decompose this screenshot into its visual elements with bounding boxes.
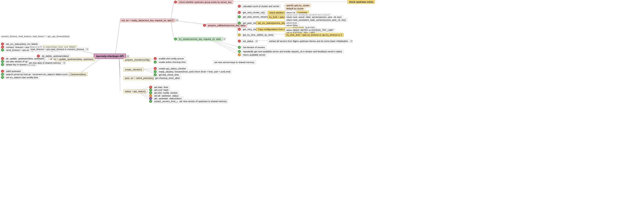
get-upstream-status-node: set new version of upstream to shared me…: [178, 99, 228, 103]
check-upstream-exists-node: check upstream exists: [348, 0, 375, 4]
do-update-expand[interactable]: ≡: [63, 62, 66, 64]
all-upstream-badge: 2: [149, 100, 152, 103]
valid-upstream-node: 1 do_delete_upstream(skey): [37, 54, 70, 58]
try-cluster-node: 2 try_cluster(service_key, request_cb, o…: [174, 37, 226, 41]
connect-timeout-label: connect_timeout, send_timeout, read_time…: [1, 35, 70, 38]
prepare-checker-box[interactable]: prepare_checker(config): [124, 58, 151, 62]
svg-line-4: [119, 59, 120, 91]
copy-config-badge: 1: [154, 57, 157, 60]
valid-badge: 1: [37, 55, 40, 57]
ready-ok-select-node: get checkup_timer_alive: [154, 76, 181, 80]
svg-line-38: [142, 68, 156, 69]
calc-badge: 1: [238, 5, 241, 8]
get-iterator-box[interactable]: Get iterator of servers: [242, 45, 266, 49]
increment-badge: 2: [1, 49, 4, 51]
ready-ok-box[interactable]: res, err = ready_ok(service_key, request…: [120, 19, 175, 22]
delete-key-badge: 2: [1, 73, 4, 76]
set-status-expand[interactable]: ≡: [255, 40, 258, 42]
extract-servers-badge: 2: [154, 61, 157, 63]
enable-shd-badge: 1: [154, 67, 157, 70]
set-srv-status2-node: read_timeout = ups.read_timeout or conne…: [29, 47, 88, 51]
calculate-count-box[interactable]: calculate count of cluster and server: [242, 4, 281, 8]
copy-config-box[interactable]: enable shd config syncer: [157, 57, 186, 60]
central-expand-icon[interactable]: ≡: [126, 55, 129, 57]
svg-line-0: [115, 20, 120, 56]
create-checker-node: create_checker(): [124, 68, 144, 71]
get-try-time-node: 3 get_try_time_cb(this_try_time): [238, 33, 275, 37]
get-ups-timeout-box[interactable]: [44, 36, 46, 37]
svg-line-3: [119, 59, 120, 77]
check-upstream-exists-box[interactable]: check upstream exists: [348, 0, 375, 4]
set-new-upstream-badge: 2: [1, 60, 4, 63]
try-cluster-box[interactable]: try_cluster(service_key, request_cb, opt…: [178, 37, 222, 41]
get-upstream-status-box[interactable]: set new version of upstream to shared me…: [178, 99, 228, 103]
svg-line-8: [171, 2, 174, 20]
extract-servers-box[interactable]: create active checkup time: [157, 60, 187, 64]
set-srv-status2-box[interactable]: read_timeout = ups.read_timeout or conne…: [29, 47, 85, 51]
next-server-badge: 2: [238, 15, 241, 18]
copy-config-node: 1 enable shd config syncer: [154, 57, 186, 60]
create-ups-badge: 3: [154, 73, 157, 76]
create-active-badge: 2: [154, 70, 157, 73]
ready-ok-expand[interactable]: ≡: [176, 19, 178, 22]
check-upstream-badge: 1: [174, 1, 177, 4]
svg-line-40: [142, 69, 156, 74]
search-server-badge: 1: [1, 43, 4, 45]
select-peer-box[interactable]: peer, err = select_peer(skey): [124, 76, 156, 80]
check-upstream-group-node: 1 check whether upstream group exists by…: [174, 0, 233, 4]
extract-servers-fn-box[interactable]: set new service keys to shared memory: [213, 60, 256, 64]
get-next-cluster-node: 1 get_next_cluster_cb(): [238, 11, 266, 14]
get-iterator-node: 2 Get iterator of servers: [238, 45, 266, 49]
default-try-cluster-node: default try cluster: [285, 7, 305, 10]
peer-cb-badge: 2: [238, 22, 241, 25]
default-try-cluster-box[interactable]: default try cluster: [285, 7, 305, 10]
valid-upstream-box[interactable]: do_delete_upstream(skey): [40, 54, 70, 58]
do-update-upstream-node: set new skey to shared memory ≡: [27, 61, 66, 65]
try-cluster-expand[interactable]: ≡: [223, 38, 226, 40]
set-new-skey-badge: 3: [1, 76, 4, 79]
try-time-limit-box[interactable]: try_time_limit = opts.try_timeout or ups…: [285, 33, 344, 37]
svg-line-10: [171, 20, 174, 39]
central-node-box[interactable]: lua-resty-checkups API: [94, 54, 126, 59]
set-status-node: 1 set_status ≡: [238, 39, 258, 43]
set-srv-status-node: extract all servers from Nginx upstream …: [268, 39, 353, 43]
get-try-time-box[interactable]: get_try_time_cb(this_try_time): [242, 33, 275, 37]
extract-servers-fn-node: set new service keys to shared memory: [213, 60, 256, 64]
get-status-box[interactable]: status = get_status(): [124, 89, 147, 93]
get-next-cluster-box[interactable]: get_next_cluster_cb(): [242, 11, 266, 14]
return-available-node: 3 return available server: [238, 53, 267, 57]
do-delete-upstream-box[interactable]: increment srv_status's failed count: [31, 72, 69, 76]
get-ups-timeout-node: [44, 36, 46, 37]
svg-line-39: [142, 69, 156, 71]
prepare-checker-node: prepare_checker(config): [124, 58, 151, 62]
set-status-badge: 1: [238, 40, 241, 43]
extract-servers-node: 2 create active checkup time: [154, 60, 187, 64]
set-new-service-badge: 3: [1, 63, 4, 66]
return-avail-badge: 3: [238, 53, 241, 56]
try-cluster-badge: 2: [174, 38, 177, 41]
create-checker-box[interactable]: create_checker(): [124, 68, 144, 71]
try-time-limit-node: try_time_limit = opts.try_timeout or ups…: [285, 33, 344, 37]
do-delete-upstream-node: increment srv_status's failed count ≡: [31, 72, 72, 76]
ready-ok-select-box[interactable]: get checkup_timer_alive: [154, 76, 181, 80]
connect-timeout-node: connect_timeout, send_timeout, read_time…: [1, 35, 70, 38]
do-update-upstream-box[interactable]: set new skey to shared memory: [27, 61, 62, 65]
retry-cb-badge: 1: [238, 28, 241, 31]
next-cluster-badge: 1: [238, 11, 241, 14]
svg-line-2: [119, 58, 120, 69]
calculate-count-node: 1 calculate count of cluster and server: [238, 4, 281, 8]
set-srv-status-expand[interactable]: ≡: [350, 40, 353, 42]
ready-ok-node: res, err = ready_ok(service_key, request…: [120, 19, 178, 22]
iterator-badge: 2: [238, 46, 241, 49]
return-available-box[interactable]: return available server: [242, 53, 267, 57]
do-delete-expand[interactable]: ≡: [70, 73, 72, 76]
get-status-node: status = get_status(): [124, 89, 147, 93]
set-status-box[interactable]: set_status: [242, 39, 255, 43]
check-upstream-group-box[interactable]: check whether upstream group exists by s…: [178, 0, 233, 4]
try-time-badge: 3: [238, 33, 241, 36]
set-new-version2-badge: 1: [1, 70, 4, 73]
set-srv-status2-expand[interactable]: ≡: [86, 48, 88, 50]
repeatedly-badge: 2: [238, 50, 241, 53]
select-peer-node: peer, err = select_peer(skey): [124, 76, 156, 80]
set-srv-status-box[interactable]: extract all servers from Nginx upstream …: [268, 39, 350, 43]
